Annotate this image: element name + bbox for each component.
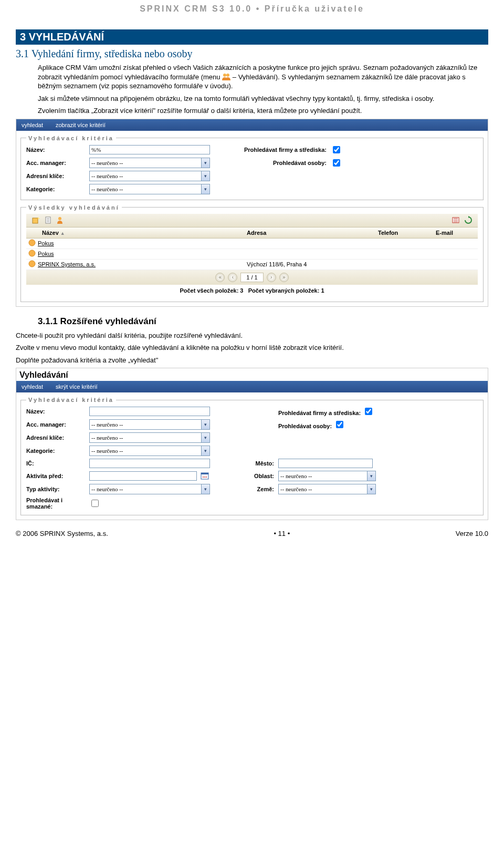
criteria-group: Vyhledávací kritéria Název: Prohledávat … <box>20 397 484 515</box>
row-name[interactable]: Pokus <box>38 240 247 246</box>
checkbox-search-firms[interactable] <box>365 408 372 415</box>
select-country[interactable]: -- neurčeno --▾ <box>278 484 376 494</box>
paragraph: Zvolte v menu vlevo modul kontakty, dále… <box>16 343 488 353</box>
label-category: Kategorie: <box>26 448 89 454</box>
label-name: Název: <box>26 147 89 153</box>
select-category[interactable]: -- neurčeno --▾ <box>89 184 210 194</box>
select-address-keys[interactable]: -- neurčeno --▾ <box>89 171 210 181</box>
svg-marker-3 <box>38 217 40 219</box>
chevron-down-icon: ▾ <box>201 446 209 455</box>
select-acc-manager[interactable]: -- neurčeno --▾ <box>89 158 210 168</box>
chevron-down-icon: ▾ <box>201 158 209 168</box>
pager-page: 1 / 1 <box>240 273 263 282</box>
col-phone[interactable]: Telefon <box>378 227 436 238</box>
row-icon <box>26 260 38 268</box>
edit-icon[interactable] <box>44 215 53 225</box>
label-address-keys: Adresní klíče: <box>26 434 89 441</box>
refresh-icon[interactable] <box>464 215 473 225</box>
svg-rect-12 <box>201 473 208 474</box>
input-ic[interactable] <box>89 459 210 468</box>
paragraph: Zvolením tlačítka „Zobrazit více kritéri… <box>38 106 488 116</box>
chevron-down-icon: ▾ <box>201 184 209 194</box>
input-activity-before[interactable] <box>89 471 197 481</box>
menu-more-criteria[interactable]: zobrazit více kritérií <box>56 122 106 128</box>
row-name[interactable]: Pokus <box>38 251 247 257</box>
results-summary: Počet všech položek: 3 Počet vybraných p… <box>26 285 478 296</box>
label-acc-manager: Acc. manager: <box>26 421 89 428</box>
svg-point-14 <box>204 477 205 478</box>
panel-title: Vyhledávání <box>16 368 488 381</box>
checkbox-search-persons[interactable] <box>333 159 340 167</box>
label-address-keys: Adresní klíče: <box>26 173 89 179</box>
people-icon[interactable] <box>56 215 66 225</box>
export-icon[interactable] <box>451 215 460 225</box>
col-address[interactable]: Adresa <box>247 227 378 238</box>
checkbox-search-persons[interactable] <box>336 421 343 428</box>
pager-first-icon[interactable]: « <box>215 273 225 282</box>
calendar-icon[interactable] <box>201 471 209 480</box>
chevron-down-icon: ▾ <box>367 484 375 494</box>
menu-search[interactable]: vyhledat <box>22 122 43 128</box>
label-ic: IČ: <box>26 460 89 467</box>
screenshot-search-advanced: Vyhledávání vyhledat skrýt více kritérií… <box>16 368 488 520</box>
row-name[interactable]: SPRINX Systems, a.s. <box>38 261 247 267</box>
svg-point-0 <box>223 74 226 77</box>
label-category: Kategorie: <box>26 186 89 192</box>
input-name[interactable] <box>89 407 210 416</box>
label-search-deleted: Prohledávat i smazané: <box>26 497 89 510</box>
col-email[interactable]: E-mail <box>436 227 478 238</box>
summary-selected: Počet vybraných položek: 1 <box>248 287 324 294</box>
doc-footer: © 2006 SPRINX Systems, a.s. • 11 • Verze… <box>0 530 504 537</box>
svg-point-1 <box>226 74 229 77</box>
col-name[interactable]: Název <box>42 230 59 236</box>
table-row[interactable]: SPRINX Systems, a.s.Výchozí 118/6, Praha… <box>26 260 478 270</box>
screenshot-search-basic: vyhledat zobrazit více kritérií Vyhledáv… <box>16 119 488 307</box>
chevron-down-icon: ▾ <box>201 433 209 442</box>
menu-search[interactable]: vyhledat <box>22 384 43 390</box>
pager: « ‹ 1 / 1 › » <box>26 270 478 285</box>
svg-point-5 <box>58 217 61 220</box>
menu-hide-criteria[interactable]: skrýt více kritérií <box>56 384 97 390</box>
results-group: Výsledky vyhledávání Název ▲ Adresa Tele… <box>20 204 484 302</box>
row-icon <box>26 239 38 247</box>
form-menubar: vyhledat skrýt více kritérií <box>16 381 488 392</box>
paragraph: Aplikace CRM Vám umožní získat přehled o… <box>38 63 488 91</box>
label-city: Město: <box>220 460 278 467</box>
label-activity-type: Typ aktivity: <box>26 486 89 492</box>
label-search-firms: Prohledávat firmy a střediska: <box>220 147 331 153</box>
pager-last-icon[interactable]: » <box>279 273 289 282</box>
checkbox-search-deleted[interactable] <box>91 500 99 507</box>
label-activity-before: Aktivita před: <box>26 473 89 479</box>
sort-asc-icon: ▲ <box>60 231 65 236</box>
results-legend: Výsledky vyhledávání <box>26 204 122 211</box>
input-name[interactable] <box>89 145 210 154</box>
svg-point-13 <box>203 477 204 478</box>
doc-header: SPRINX CRM S3 10.0 • Příručka uživatele <box>16 0 488 29</box>
input-city[interactable] <box>278 459 373 468</box>
svg-point-10 <box>29 261 35 267</box>
select-acc-manager[interactable]: -- neurčeno --▾ <box>89 419 210 430</box>
new-icon[interactable] <box>31 215 40 225</box>
label-search-persons: Prohledávat osoby: <box>278 423 332 429</box>
pager-next-icon[interactable]: › <box>267 273 276 282</box>
form-menubar: vyhledat zobrazit více kritérií <box>16 119 488 131</box>
summary-total: Počet všech položek: 3 <box>180 287 243 294</box>
row-address: Výchozí 118/6, Praha 4 <box>247 261 378 267</box>
people-icon <box>222 73 230 80</box>
row-icon <box>26 250 38 258</box>
table-row[interactable]: Pokus <box>26 249 478 260</box>
svg-rect-2 <box>33 218 38 223</box>
select-category[interactable]: -- neurčeno --▾ <box>89 446 210 456</box>
svg-point-8 <box>29 240 35 246</box>
select-area[interactable]: -- neurčeno --▾ <box>278 471 376 481</box>
section-3-1-1-title: 3.1.1 Rozšířené vyhledávání <box>38 316 488 327</box>
select-address-keys[interactable]: -- neurčeno --▾ <box>89 432 210 443</box>
select-activity-type[interactable]: -- neurčeno --▾ <box>89 484 210 494</box>
table-row[interactable]: Pokus <box>26 239 478 249</box>
pager-prev-icon[interactable]: ‹ <box>228 273 237 282</box>
section-3-1-title: 3.1 Vyhledání firmy, střediska nebo osob… <box>16 48 488 60</box>
label-acc-manager: Acc. manager: <box>26 160 89 166</box>
checkbox-search-firms[interactable] <box>333 146 340 153</box>
criteria-legend: Vyhledávací kritéria <box>26 135 116 141</box>
chevron-down-icon: ▾ <box>367 471 375 481</box>
